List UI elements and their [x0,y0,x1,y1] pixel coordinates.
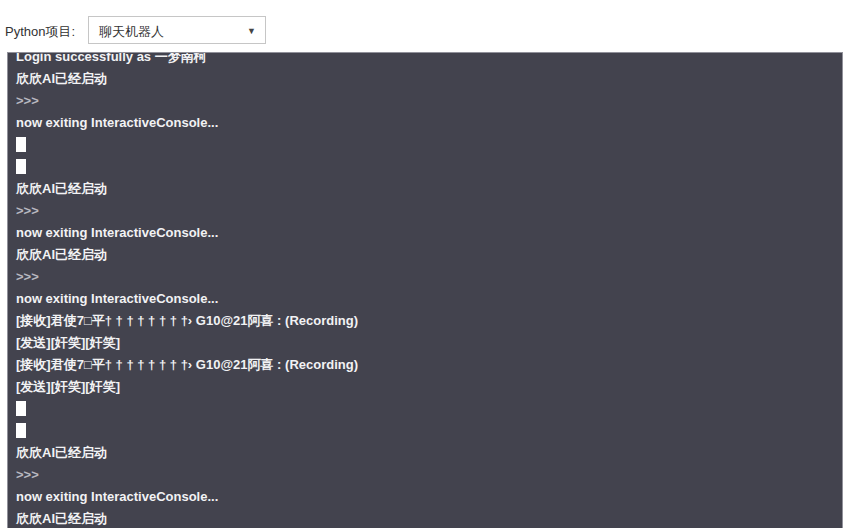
console-line [16,420,842,442]
console-line: [接收]君使7□平† † † † † † † †› G10@21阿喜 : (Re… [16,310,842,332]
console-line: now exiting InteractiveConsole... [16,112,842,134]
console-line: [接收]君使7□平† † † † † † † †› G10@21阿喜 : (Re… [16,354,842,376]
console-line: 欣欣AI已经启动 [16,178,842,200]
console-line: [发送][奸笑][奸笑] [16,376,842,398]
console-line: Login successfully as 一梦南柯 [16,52,842,68]
console-line: now exiting InteractiveConsole... [16,288,842,310]
console-line: [发送][奸笑][奸笑] [16,332,842,354]
console-line: 欣欣AI已经启动 [16,442,842,464]
console-line [16,156,842,178]
console-line [16,134,842,156]
topbar: Python项目: 聊天机器人 ▼ [0,0,846,52]
console-line: now exiting InteractiveConsole... [16,486,842,508]
console-line: 欣欣AI已经启动 [16,508,842,528]
project-dropdown-value: 聊天机器人 [99,23,164,41]
console-output[interactable]: Login successfully as 一梦南柯欣欣AI已经启动>>>now… [7,52,843,528]
console-line: 欣欣AI已经启动 [16,68,842,90]
block-glyph [16,137,26,152]
block-glyph [16,159,26,174]
console-line: 欣欣AI已经启动 [16,244,842,266]
console-line: >>> [16,464,842,486]
python-project-label: Python项目: [5,23,75,41]
block-glyph [16,423,26,438]
console-line [16,398,842,420]
chevron-down-icon: ▼ [247,26,256,36]
console-lines: Login successfully as 一梦南柯欣欣AI已经启动>>>now… [8,52,842,528]
console-line: >>> [16,266,842,288]
console-line: now exiting InteractiveConsole... [16,222,842,244]
project-dropdown[interactable]: 聊天机器人 ▼ [88,16,266,44]
console-line: >>> [16,200,842,222]
block-glyph [16,401,26,416]
console-line: >>> [16,90,842,112]
